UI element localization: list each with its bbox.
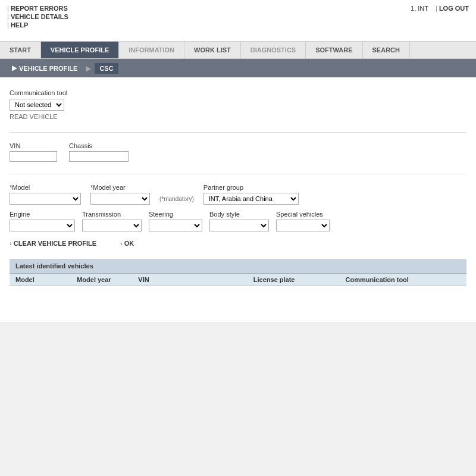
special-vehicles-select[interactable] [276,220,330,231]
logout-button[interactable]: LOG OUT [436,5,469,12]
engine-label: Engine [10,211,75,218]
special-vehicles-field: Special vehicles [276,211,330,231]
col-header-model-year: Model year [77,276,138,283]
details-row: Engine Transmission Steering Body style … [10,211,466,231]
breadcrumb: ▶ VEHICLE PROFILE ▶ CSC [0,59,476,77]
table-body [10,286,466,310]
breadcrumb-vehicle-profile[interactable]: ▶ VEHICLE PROFILE [7,62,82,74]
vehicle-details-link[interactable]: VEHICLE DETAILS [7,13,68,20]
help-link[interactable]: HELP [7,21,68,29]
breadcrumb-csc[interactable]: CSC [95,63,118,74]
partner-group-field: Partner group INT, Arabia and China [203,184,299,205]
report-errors-link[interactable]: REPORT ERRORS [7,5,68,12]
action-row: CLEAR VEHICLE PROFILE OK [10,240,466,247]
steering-select[interactable] [149,220,202,231]
partner-group-label: Partner group [203,184,299,191]
tab-start[interactable]: START [0,42,41,58]
top-bar: REPORT ERRORS VEHICLE DETAILS HELP 1, IN… [0,0,476,42]
latest-vehicles-section: Latest identified vehicles Model Model y… [10,259,466,310]
vin-chassis-row: VIN Chassis [10,142,466,162]
vin-label: VIN [10,142,57,149]
top-left-links: REPORT ERRORS VEHICLE DETAILS HELP [7,5,68,29]
ok-button[interactable]: OK [120,240,134,247]
comm-tool-section: Communication tool Not selected READ VEH… [10,89,466,120]
col-header-model: Model [15,276,77,283]
tab-software[interactable]: SOFTWARE [306,42,362,58]
comm-tool-row: Not selected [10,99,466,111]
clear-vehicle-profile-button[interactable]: CLEAR VEHICLE PROFILE [10,240,96,247]
model-select[interactable] [10,193,81,205]
table-header-row: Model Model year VIN License plate Commu… [10,274,466,286]
tab-vehicle-profile[interactable]: VEHICLE PROFILE [41,42,119,58]
nav-tabs: START VEHICLE PROFILE INFORMATION WORK L… [0,42,476,59]
comm-tool-label: Communication tool [10,89,466,96]
breadcrumb-vehicle-profile-label: VEHICLE PROFILE [19,65,77,72]
col-header-vin: VIN [138,276,253,283]
col-header-license-plate: License plate [253,276,346,283]
chassis-field-group: Chassis [69,142,129,162]
model-field: *Model [10,184,81,205]
col-header-comm-tool: Communication tool [346,276,461,283]
breadcrumb-separator: ▶ [86,64,91,73]
transmission-label: Transmission [82,211,142,218]
top-right: 1, INT LOG OUT [411,5,469,12]
tab-diagnostics: DIAGNOSTICS [241,42,306,58]
special-vehicles-label: Special vehicles [276,211,330,218]
tab-information: INFORMATION [119,42,184,58]
chassis-input[interactable] [69,151,129,162]
vin-field-group: VIN [10,142,57,162]
model-year-select[interactable] [90,193,150,205]
transmission-select[interactable] [82,220,142,231]
engine-field: Engine [10,211,75,231]
read-vehicle-button[interactable]: READ VEHICLE [10,113,466,120]
section-divider-2 [10,174,466,174]
chassis-label: Chassis [69,142,129,149]
tab-search[interactable]: SEARCH [363,42,410,58]
vin-input[interactable] [10,151,57,162]
model-year-label: *Model year [90,184,150,191]
mandatory-hint: (*mandatory) [159,196,194,205]
engine-select[interactable] [10,220,75,231]
model-row: *Model *Model year (*mandatory) Partner … [10,184,466,205]
body-style-select[interactable] [209,220,269,231]
model-label: *Model [10,184,81,191]
latest-vehicles-header: Latest identified vehicles [10,259,466,274]
user-info: 1, INT [411,5,428,12]
main-content: Communication tool Not selected READ VEH… [0,77,476,322]
breadcrumb-csc-label: CSC [99,65,113,72]
body-style-label: Body style [209,211,269,218]
steering-field: Steering [149,211,202,231]
section-divider-1 [10,132,466,133]
tab-work-list[interactable]: WORK LIST [184,42,241,58]
partner-group-select[interactable]: INT, Arabia and China [203,193,299,205]
body-style-field: Body style [209,211,269,231]
model-year-field: *Model year [90,184,150,205]
transmission-field: Transmission [82,211,142,231]
comm-tool-select[interactable]: Not selected [10,99,64,111]
steering-label: Steering [149,211,202,218]
breadcrumb-arrow-icon: ▶ [12,64,17,72]
